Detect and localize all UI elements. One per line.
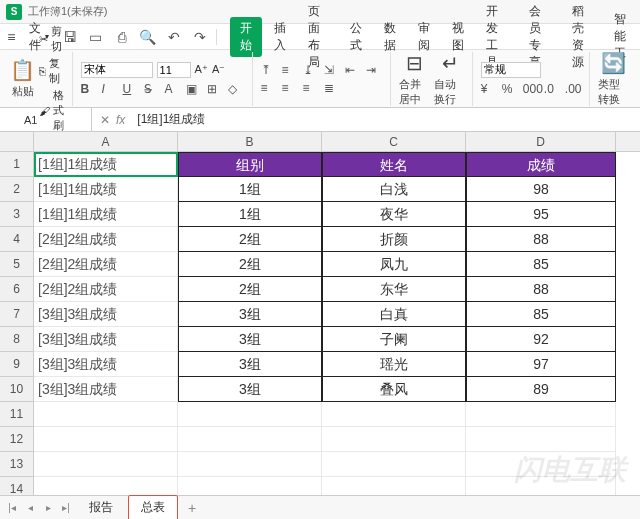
align-center-icon[interactable]: ≡	[282, 81, 300, 95]
row-header[interactable]: 11	[0, 402, 34, 427]
align-bottom-icon[interactable]: ⤓	[303, 63, 321, 77]
cell[interactable]: [2组]2组成绩	[34, 227, 178, 252]
col-header[interactable]: C	[322, 132, 466, 151]
sheet-nav-first-icon[interactable]: |◂	[4, 502, 20, 513]
cell[interactable]	[322, 452, 466, 477]
bold-icon[interactable]: B	[81, 82, 99, 96]
cell[interactable]: 3组	[178, 327, 322, 352]
preview-icon[interactable]: 🔍	[137, 26, 159, 48]
cell[interactable]: 3组	[178, 377, 322, 402]
add-sheet-button[interactable]: +	[180, 500, 204, 516]
decimal-dec-icon[interactable]: .00	[565, 82, 583, 96]
paste-button[interactable]: 📋粘贴	[10, 58, 35, 99]
cell[interactable]: 98	[466, 177, 616, 202]
redo-icon[interactable]: ↷	[189, 26, 211, 48]
wrap-button[interactable]: ↵自动换行	[434, 51, 466, 107]
menu-tab-3[interactable]: 公式	[340, 17, 372, 57]
row-header[interactable]: 2	[0, 177, 34, 202]
cell[interactable]: 88	[466, 277, 616, 302]
row-header[interactable]: 4	[0, 227, 34, 252]
row-header[interactable]: 1	[0, 152, 34, 177]
cell[interactable]: [1组]1组成绩	[34, 152, 178, 177]
formula-input[interactable]: [1组]1组成绩	[133, 111, 640, 128]
cell[interactable]: 3组	[178, 352, 322, 377]
sheet-nav-last-icon[interactable]: ▸|	[58, 502, 74, 513]
type-convert-button[interactable]: 🔄类型转换	[598, 51, 630, 107]
cancel-icon[interactable]: ✕	[100, 113, 110, 127]
clear-format-icon[interactable]: ◇	[228, 82, 246, 96]
cell[interactable]: [3组]3组成绩	[34, 377, 178, 402]
align-left-icon[interactable]: ≡	[261, 81, 279, 95]
cell[interactable]: 1组	[178, 202, 322, 227]
row-header[interactable]: 7	[0, 302, 34, 327]
new-icon[interactable]: ▭	[85, 26, 107, 48]
merge-button[interactable]: ⊟合并居中	[399, 51, 431, 107]
cell[interactable]: 夜华	[322, 202, 466, 227]
row-header[interactable]: 9	[0, 352, 34, 377]
sheet-tab-报告[interactable]: 报告	[76, 495, 126, 519]
increase-font-icon[interactable]: A⁺	[195, 63, 208, 76]
sheet-nav-prev-icon[interactable]: ◂	[22, 502, 38, 513]
percent-icon[interactable]: %	[502, 82, 520, 96]
cell[interactable]	[178, 427, 322, 452]
cell[interactable]: [2组]2组成绩	[34, 252, 178, 277]
decrease-font-icon[interactable]: A⁻	[212, 63, 225, 76]
border-icon[interactable]: ⊞	[207, 82, 225, 96]
col-header[interactable]: A	[34, 132, 178, 151]
cell[interactable]: 2组	[178, 227, 322, 252]
row-header[interactable]: 12	[0, 427, 34, 452]
indent-right-icon[interactable]: ⇥	[366, 63, 384, 77]
cell[interactable]: 凤九	[322, 252, 466, 277]
cell[interactable]: 折颜	[322, 227, 466, 252]
orientation-icon[interactable]: ⇲	[324, 63, 342, 77]
copy-button[interactable]: ⎘ 复制	[39, 56, 66, 86]
cell[interactable]: 92	[466, 327, 616, 352]
cell[interactable]: 成绩	[466, 152, 616, 177]
menu-tab-1[interactable]: 插入	[264, 17, 296, 57]
cell[interactable]	[178, 452, 322, 477]
name-box[interactable]: A1	[0, 108, 92, 131]
cell[interactable]: 89	[466, 377, 616, 402]
comma-icon[interactable]: 000	[523, 82, 541, 96]
font-name-select[interactable]	[81, 62, 153, 78]
col-header[interactable]: B	[178, 132, 322, 151]
cell[interactable]	[466, 427, 616, 452]
cell[interactable]	[322, 402, 466, 427]
row-header[interactable]: 8	[0, 327, 34, 352]
undo-icon[interactable]: ↶	[163, 26, 185, 48]
underline-icon[interactable]: U	[123, 82, 141, 96]
cell[interactable]	[34, 402, 178, 427]
cell[interactable]	[34, 452, 178, 477]
cell[interactable]: 白浅	[322, 177, 466, 202]
row-header[interactable]: 6	[0, 277, 34, 302]
number-format-select[interactable]	[481, 62, 541, 78]
cell[interactable]: [2组]2组成绩	[34, 277, 178, 302]
cell[interactable]: 东华	[322, 277, 466, 302]
cell[interactable]	[178, 402, 322, 427]
cell[interactable]: [1组]1组成绩	[34, 202, 178, 227]
cell[interactable]: 88	[466, 227, 616, 252]
row-header[interactable]: 10	[0, 377, 34, 402]
cell[interactable]: 姓名	[322, 152, 466, 177]
italic-icon[interactable]: I	[102, 82, 120, 96]
cell[interactable]: 85	[466, 252, 616, 277]
cell[interactable]: [3组]3组成绩	[34, 302, 178, 327]
cell[interactable]: [3组]3组成绩	[34, 327, 178, 352]
font-color-icon[interactable]: A	[165, 82, 183, 96]
fill-color-icon[interactable]: ▣	[186, 82, 204, 96]
indent-left-icon[interactable]: ⇤	[345, 63, 363, 77]
col-header[interactable]: D	[466, 132, 616, 151]
cell[interactable]: [1组]1组成绩	[34, 177, 178, 202]
align-top-icon[interactable]: ⤒	[261, 63, 279, 77]
align-middle-icon[interactable]: ≡	[282, 63, 300, 77]
cell[interactable]: 组别	[178, 152, 322, 177]
align-right-icon[interactable]: ≡	[303, 81, 321, 95]
strike-icon[interactable]: S̶	[144, 82, 162, 96]
cell[interactable]	[466, 402, 616, 427]
cell[interactable]: [3组]3组成绩	[34, 352, 178, 377]
cell[interactable]	[34, 427, 178, 452]
sheet-nav-next-icon[interactable]: ▸	[40, 502, 56, 513]
cell[interactable]: 95	[466, 202, 616, 227]
cell[interactable]: 叠风	[322, 377, 466, 402]
cell[interactable]	[466, 452, 616, 477]
